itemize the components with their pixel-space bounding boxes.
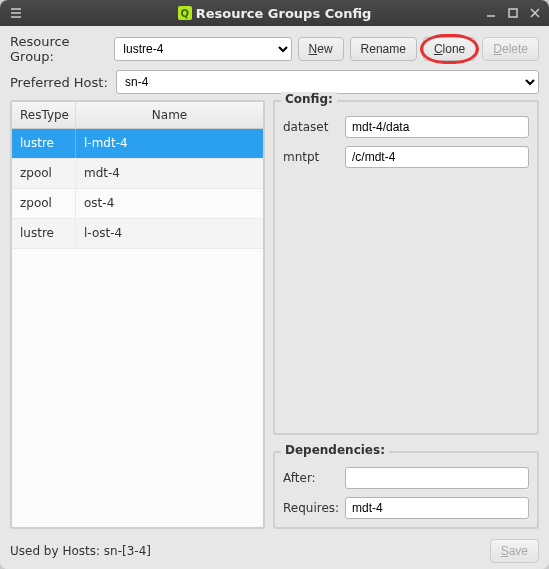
dependencies-group: Dependencies: After: Requires: bbox=[273, 451, 539, 529]
requires-label: Requires: bbox=[283, 501, 339, 515]
cell-name: l-ost-4 bbox=[76, 219, 263, 248]
app-icon: Q bbox=[178, 6, 192, 20]
table-row[interactable]: zpoolmdt-4 bbox=[12, 159, 263, 189]
col-restype[interactable]: ResType bbox=[12, 102, 76, 128]
cell-restype: zpool bbox=[12, 189, 76, 218]
footer: Used by Hosts: sn-[3-4] Save bbox=[10, 535, 539, 565]
dependencies-title: Dependencies: bbox=[281, 443, 389, 457]
after-input[interactable] bbox=[345, 467, 529, 489]
cell-restype: zpool bbox=[12, 159, 76, 188]
cell-name: mdt-4 bbox=[76, 159, 263, 188]
delete-button: Delete bbox=[482, 37, 539, 61]
maximize-icon[interactable] bbox=[503, 3, 523, 23]
col-name[interactable]: Name bbox=[76, 102, 263, 128]
cell-name: ost-4 bbox=[76, 189, 263, 218]
mntpt-input[interactable] bbox=[345, 146, 529, 168]
app-menu-icon[interactable] bbox=[6, 3, 26, 23]
window: Q Resource Groups Config Resource Group:… bbox=[0, 0, 549, 569]
table-row[interactable]: lustrel-ost-4 bbox=[12, 219, 263, 249]
resource-group-label: Resource Group: bbox=[10, 34, 108, 64]
preferred-host-row: Preferred Host: sn-4 bbox=[10, 70, 539, 94]
new-button[interactable]: New bbox=[298, 37, 344, 61]
mntpt-label: mntpt bbox=[283, 150, 339, 164]
cell-restype: lustre bbox=[12, 219, 76, 248]
clone-button[interactable]: Clone bbox=[423, 37, 476, 61]
svg-rect-0 bbox=[509, 9, 517, 17]
dataset-input[interactable] bbox=[345, 116, 529, 138]
cell-restype: lustre bbox=[12, 129, 76, 158]
panel-left: ResType Name lustrel-mdt-4zpoolmdt-4zpoo… bbox=[10, 100, 265, 529]
dataset-label: dataset bbox=[283, 120, 339, 134]
rename-button[interactable]: Rename bbox=[350, 37, 417, 61]
requires-input[interactable] bbox=[345, 497, 529, 519]
table-row[interactable]: zpoolost-4 bbox=[12, 189, 263, 219]
resource-group-select[interactable]: lustre-4 bbox=[114, 37, 291, 61]
after-label: After: bbox=[283, 471, 339, 485]
minimize-icon[interactable] bbox=[481, 3, 501, 23]
config-group: Config: dataset mntpt bbox=[273, 100, 539, 435]
table-body: lustrel-mdt-4zpoolmdt-4zpoolost-4lustrel… bbox=[12, 129, 263, 527]
config-title: Config: bbox=[281, 92, 337, 106]
resource-table: ResType Name lustrel-mdt-4zpoolmdt-4zpoo… bbox=[10, 100, 265, 529]
save-button: Save bbox=[490, 539, 539, 563]
used-by-hosts: Used by Hosts: sn-[3-4] bbox=[10, 544, 484, 558]
window-title: Resource Groups Config bbox=[196, 6, 372, 21]
preferred-host-select[interactable]: sn-4 bbox=[116, 70, 539, 94]
table-row[interactable]: lustrel-mdt-4 bbox=[12, 129, 263, 159]
highlight-ring-icon bbox=[420, 34, 479, 64]
titlebar: Q Resource Groups Config bbox=[0, 0, 549, 26]
content: Resource Group: lustre-4 New Rename Clon… bbox=[0, 26, 549, 569]
cell-name: l-mdt-4 bbox=[76, 129, 263, 158]
table-header: ResType Name bbox=[12, 102, 263, 129]
close-icon[interactable] bbox=[525, 3, 545, 23]
resource-group-row: Resource Group: lustre-4 New Rename Clon… bbox=[10, 34, 539, 64]
panel-right: Config: dataset mntpt Dependencies: Afte… bbox=[273, 100, 539, 529]
preferred-host-label: Preferred Host: bbox=[10, 75, 110, 90]
